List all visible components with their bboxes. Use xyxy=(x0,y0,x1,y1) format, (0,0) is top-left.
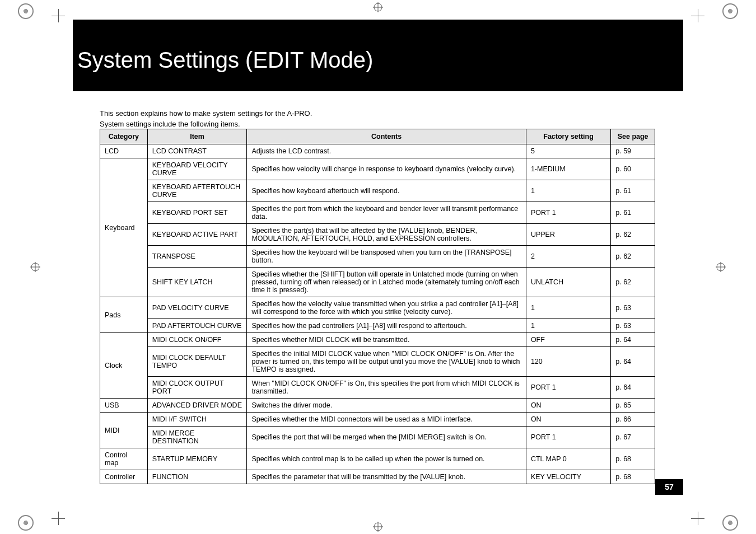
table-row: PAD AFTERTOUCH CURVESpecifies how the pa… xyxy=(100,319,655,333)
cell-contents: Specifies how the velocity value transmi… xyxy=(247,297,526,319)
cell-item: MIDI MERGE DESTINATION xyxy=(147,427,247,448)
cell-contents: Adjusts the LCD contrast. xyxy=(247,144,526,158)
table-row: MIDI CLOCK DEFAULT TEMPOSpecifies the in… xyxy=(100,347,655,377)
cell-page: p. 62 xyxy=(611,268,655,297)
cell-category: USB xyxy=(100,399,148,413)
crop-mark-icon xyxy=(52,512,65,525)
cell-item: MIDI CLOCK ON/OFF xyxy=(147,333,247,347)
cell-factory: 1 xyxy=(526,319,610,333)
cell-contents: Switches the driver mode. xyxy=(247,399,526,413)
cell-item: STARTUP MEMORY xyxy=(147,448,247,470)
cell-factory: 1-MEDIUM xyxy=(526,158,610,180)
cell-page: p. 64 xyxy=(611,347,655,377)
cell-factory: PORT 1 xyxy=(526,202,610,224)
cell-item: TRANSPOSE xyxy=(147,246,247,268)
cell-item: LCD CONTRAST xyxy=(147,144,247,158)
cell-item: MIDI I/F SWITCH xyxy=(147,413,247,427)
table-header-row: Category Item Contents Factory setting S… xyxy=(100,129,655,144)
settings-table-wrap: Category Item Contents Factory setting S… xyxy=(100,129,655,484)
cell-contents: Specifies how velocity will change in re… xyxy=(247,158,526,180)
page-header: System Settings (EDIT Mode) xyxy=(73,20,683,91)
cell-category: Controller xyxy=(100,470,148,484)
cell-contents: Specifies the initial MIDI CLOCK value w… xyxy=(247,347,526,377)
cell-factory: OFF xyxy=(526,333,610,347)
table-row: ControllerFUNCTIONSpecifies the paramete… xyxy=(100,470,655,484)
cell-page: p. 61 xyxy=(611,180,655,202)
settings-table: Category Item Contents Factory setting S… xyxy=(100,129,655,484)
cell-page: p. 63 xyxy=(611,297,655,319)
table-body: LCDLCD CONTRASTAdjusts the LCD contrast.… xyxy=(100,144,655,484)
table-row: Control mapSTARTUP MEMORYSpecifies which… xyxy=(100,448,655,470)
table-row: LCDLCD CONTRASTAdjusts the LCD contrast.… xyxy=(100,144,655,158)
cell-category: Control map xyxy=(100,448,148,470)
cell-page: p. 61 xyxy=(611,202,655,224)
cell-page: p. 60 xyxy=(611,158,655,180)
cell-item: MIDI CLOCK OUTPUT PORT xyxy=(147,377,247,399)
cell-page: p. 63 xyxy=(611,319,655,333)
cell-item: SHIFT KEY LATCH xyxy=(147,268,247,297)
cell-factory: ON xyxy=(526,399,610,413)
cell-factory: UPPER xyxy=(526,224,610,246)
table-row: KEYBOARD ACTIVE PARTSpecifies the part(s… xyxy=(100,224,655,246)
cell-factory: 5 xyxy=(526,144,610,158)
registration-mark-icon xyxy=(722,3,738,19)
table-row: ClockMIDI CLOCK ON/OFFSpecifies whether … xyxy=(100,333,655,347)
col-seepage: See page xyxy=(611,129,655,144)
cell-factory: PORT 1 xyxy=(526,377,610,399)
cell-contents: Specifies how the pad controllers [A1]–[… xyxy=(247,319,526,333)
cell-item: FUNCTION xyxy=(147,470,247,484)
cell-page: p. 64 xyxy=(611,333,655,347)
cell-contents: Specifies how the keyboard will be trans… xyxy=(247,246,526,268)
cell-category: Keyboard xyxy=(100,158,148,297)
cell-contents: Specifies the part(s) that will be affec… xyxy=(247,224,526,246)
cell-contents: When "MIDI CLOCK ON/OFF" is On, this spe… xyxy=(247,377,526,399)
table-row: KeyboardKEYBOARD VELOCITY CURVESpecifies… xyxy=(100,158,655,180)
cell-page: p. 62 xyxy=(611,246,655,268)
cell-factory: UNLATCH xyxy=(526,268,610,297)
intro-text: This section explains how to make system… xyxy=(100,109,312,130)
col-category: Category xyxy=(100,129,148,144)
registration-crosshair-icon xyxy=(373,2,383,12)
cell-category: LCD xyxy=(100,144,148,158)
cell-category: MIDI xyxy=(100,413,148,448)
table-row: TRANSPOSESpecifies how the keyboard will… xyxy=(100,246,655,268)
cell-page: p. 67 xyxy=(611,427,655,448)
cell-item: MIDI CLOCK DEFAULT TEMPO xyxy=(147,347,247,377)
registration-crosshair-icon xyxy=(30,262,40,272)
crop-mark-icon xyxy=(691,9,704,22)
cell-contents: Specifies the parameter that will be tra… xyxy=(247,470,526,484)
cell-item: KEYBOARD ACTIVE PART xyxy=(147,224,247,246)
cell-contents: Specifies whether the [SHIFT] button wil… xyxy=(247,268,526,297)
registration-mark-icon xyxy=(18,515,34,531)
cell-page: p. 66 xyxy=(611,413,655,427)
cell-factory: 1 xyxy=(526,180,610,202)
cell-factory: CTL MAP 0 xyxy=(526,448,610,470)
table-row: KEYBOARD PORT SETSpecifies the port from… xyxy=(100,202,655,224)
registration-mark-icon xyxy=(722,515,738,531)
cell-page: p. 68 xyxy=(611,448,655,470)
col-factory: Factory setting xyxy=(526,129,610,144)
table-row: PadsPAD VELOCITY CURVESpecifies how the … xyxy=(100,297,655,319)
cell-item: KEYBOARD AFTERTOUCH CURVE xyxy=(147,180,247,202)
cell-item: ADVANCED DRIVER MODE xyxy=(147,399,247,413)
table-row: SHIFT KEY LATCHSpecifies whether the [SH… xyxy=(100,268,655,297)
cell-category: Clock xyxy=(100,333,148,399)
table-row: KEYBOARD AFTERTOUCH CURVESpecifies how k… xyxy=(100,180,655,202)
cell-page: p. 59 xyxy=(611,144,655,158)
intro-line-2: System settings include the following it… xyxy=(100,119,312,130)
cell-factory: 1 xyxy=(526,297,610,319)
cell-page: p. 68 xyxy=(611,470,655,484)
cell-contents: Specifies how keyboard aftertouch will r… xyxy=(247,180,526,202)
cell-item: PAD VELOCITY CURVE xyxy=(147,297,247,319)
crop-mark-icon xyxy=(52,9,65,22)
crop-mark-icon xyxy=(691,512,704,525)
registration-crosshair-icon xyxy=(716,262,726,272)
page-number: 57 xyxy=(655,479,683,495)
cell-factory: 2 xyxy=(526,246,610,268)
cell-contents: Specifies the port that will be merged w… xyxy=(247,427,526,448)
cell-page: p. 62 xyxy=(611,224,655,246)
registration-mark-icon xyxy=(18,3,34,19)
cell-item: KEYBOARD VELOCITY CURVE xyxy=(147,158,247,180)
cell-factory: ON xyxy=(526,413,610,427)
cell-contents: Specifies whether MIDI CLOCK will be tra… xyxy=(247,333,526,347)
